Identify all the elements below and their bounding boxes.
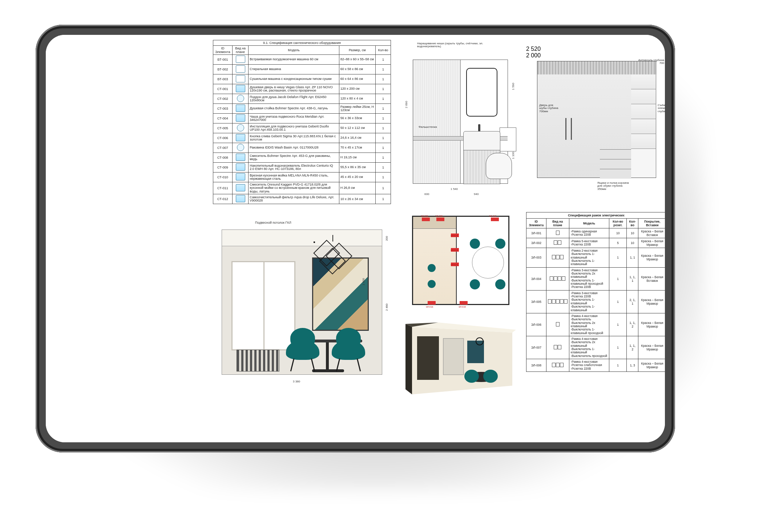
row-id: ЭЛ-001 (526, 228, 546, 238)
row-model: -Рамка 4-кюстовая-Выключатель 2х клавишн… (569, 336, 609, 359)
table-row: ЭЛ-007-Рамка 4-кюстовая-Выключатель 2х к… (526, 336, 665, 359)
ward-note-right: Съёмный элемент глубина 700мм (658, 104, 665, 113)
row-id: ЭЛ-002 (526, 238, 546, 248)
row-qty: 1 (375, 153, 391, 163)
row-id: СТ-003 (213, 104, 233, 114)
table-row: БТ-002Стиральная машина60 x 58 x 86 см1 (213, 65, 391, 74)
bath-dim-hu: 1 590 (512, 83, 515, 90)
row-size: Размер лейки 25см, H 123см (339, 104, 375, 114)
row-size: 45 x 45 x 20 см (339, 172, 375, 182)
plan-symbol-icon (232, 153, 248, 163)
row-id: СТ-012 (213, 194, 233, 204)
row-size: 10 x 26 x 34 см (339, 194, 375, 204)
tablet-screen: 9.1. Спецификация сантехнического оборуд… (46, 35, 665, 442)
row-sockets: 1 (609, 267, 627, 290)
row-size: 24,6 x 16,4 см (339, 133, 375, 143)
row-qty: 1 (375, 172, 391, 182)
row-id: СТ-007 (213, 143, 233, 153)
row-qty: 1 (375, 84, 391, 94)
plan-symbol-icon (232, 84, 248, 94)
plan-symbol-icon (232, 163, 248, 172)
row-id: СТ-006 (213, 133, 233, 143)
row-model: Самоочистительный фильтр Aqua drop Life … (249, 194, 339, 204)
plan-label: ЭЛ-009 (435, 215, 443, 217)
t2-h-model: Модель (569, 219, 609, 228)
table-row: СТ-012Самоочистительный фильтр Aqua drop… (213, 194, 391, 204)
toilet-icon (486, 153, 512, 179)
row-qty: 1 (375, 94, 391, 104)
row-finish: Краска – Белая Мрамор (638, 336, 665, 359)
row-id: СТ-008 (213, 153, 233, 163)
row-size: 56 x 36 x 33см (339, 114, 375, 123)
bath-note-top: Наращивание ниши (скрыть трубы, счётчики… (417, 42, 504, 48)
row-qty: 1 (375, 114, 391, 123)
row-qty: 1, 3 (627, 359, 638, 371)
svg-marker-2 (405, 324, 412, 394)
row-size: H 19,15 см (339, 153, 375, 163)
dining-chair (286, 328, 319, 371)
row-qty: 1 (375, 55, 391, 65)
t2-h-id: ID Элемента (526, 219, 546, 228)
din-dim-h1: 200 (385, 236, 388, 241)
table-row: СТ-007Раковина IDDIS Wash Basin Арт. 011… (213, 143, 391, 153)
table-row: БТ-001Встраиваемая посудомоечная машина … (213, 55, 391, 65)
row-finish: Краска – Белая Мрамор (638, 248, 665, 268)
row-model: Встраиваемая посудомоечная машина 60 см (249, 55, 339, 65)
table-row: ЭЛ-005-Рамка 3-кюстовая-Розетка 220В-Вык… (526, 290, 665, 313)
row-sockets: 10 (609, 228, 627, 238)
row-size: 70 x 45 x 17см (339, 143, 375, 153)
table-row: СТ-001Душевая дверь в нишу Vegas Glass А… (213, 84, 391, 94)
row-qty: 1 (375, 104, 391, 114)
row-qty: 1 (375, 65, 391, 74)
row-id: ЭЛ-006 (526, 313, 546, 336)
chandelier-icon (314, 235, 354, 270)
row-qty: 1, 1, 1 (627, 267, 638, 290)
row-id: БТ-002 (213, 65, 233, 74)
row-qty: 10 (627, 238, 638, 248)
electrics-spec-table: Спецификация рамок электрических ID Элем… (526, 212, 665, 372)
t1-h-icon: Вид на плане (232, 46, 248, 55)
row-model: -Рамка 5-кюстовая-Розетка 220В (569, 238, 609, 248)
row-qty: 1 (375, 143, 391, 153)
socket-frame-icon (554, 240, 561, 245)
dining-chair (332, 328, 365, 371)
bath-dim-h: 2 690 (405, 101, 408, 108)
row-model: Врезная кухонная мойка MELANA MLN-R450 с… (249, 172, 339, 182)
plan-label: ЭЛ-016 (426, 306, 433, 308)
table1-title: 9.1. Спецификация сантехнического оборуд… (213, 40, 391, 46)
row-model: Душевая стойка Bohmer Spectre Арт. 438-G… (249, 104, 339, 114)
row-model: -Рамка 4-кюстовая-Розетка слаботочная-Ро… (569, 359, 609, 371)
t2-h-sock: Кол-во розет. (609, 219, 627, 228)
bathroom-elevation: Наращивание ниши (скрыть трубы, счётчики… (403, 43, 519, 195)
plan-symbol-icon (232, 65, 248, 74)
row-size: 60 x 64 x 86 см (339, 74, 375, 84)
row-model: -Рамка 3-кюстовая-Выключатель 2х клавишн… (569, 267, 609, 290)
svg-point-10 (483, 370, 498, 383)
plan-symbol-icon (232, 55, 248, 65)
row-qty: 1, 1 (627, 248, 638, 268)
row-model: Душевая дверь в нишу Vegas Glass Арт. ZP… (249, 84, 339, 94)
plan-symbol-icon (232, 182, 248, 194)
plan-label: ЭЛ-015 (459, 306, 466, 308)
row-model: Инсталляция для подвесного унитаза Geber… (249, 123, 339, 133)
table-row: ЭЛ-006-Рамка 4-кюстовая-Выключатель-Выкл… (526, 313, 665, 336)
table-row: СТ-010Врезная кухонная мойка MELANA MLN-… (213, 172, 391, 182)
plan-table-icon (472, 247, 504, 279)
row-qty: 2, 1, 1 (627, 290, 638, 313)
radiator-icon (237, 350, 279, 371)
row-size: H 26,8 см (339, 182, 375, 194)
socket-frame-icon (548, 299, 568, 304)
row-model: Стиральная машина (249, 65, 339, 74)
socket-frame-icon (550, 276, 565, 281)
row-id: БТ-001 (213, 55, 233, 65)
row-model: -Рамка 3-кюстовая-Розетка 220В-Выключате… (569, 290, 609, 313)
plan-label: ЭЛ-012 (489, 215, 496, 217)
table-row: СТ-008Смеситель Bohmer Spectre Арт. 453-… (213, 153, 391, 163)
row-id: ЭЛ-008 (526, 359, 546, 371)
din-dim-w: 3 380 (293, 380, 300, 383)
row-qty: 1, 1, 2 (627, 313, 638, 336)
bath-dim-w: 1 540 (451, 187, 458, 191)
row-finish: Краска – Белая Мрамор (638, 313, 665, 336)
row-qty: 1 (375, 163, 391, 172)
design-sheet: 9.1. Спецификация сантехнического оборуд… (46, 35, 665, 442)
